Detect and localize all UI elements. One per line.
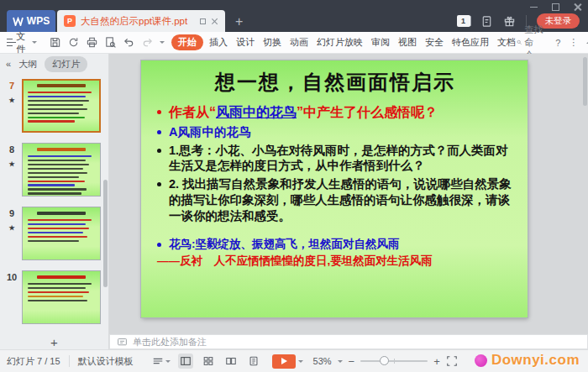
bullet-text: 花鸟:坚毅绽放、振翅高飞，坦然面对自然风雨 [169, 237, 400, 252]
fit-screen-icon[interactable] [446, 355, 458, 367]
help-icon[interactable]: ? [555, 38, 560, 48]
file-menu-button[interactable]: 文件 [7, 30, 37, 55]
play-slideshow-button[interactable] [272, 354, 296, 369]
reading-view-icon[interactable] [223, 354, 239, 369]
thumbnail-text-line [28, 108, 87, 110]
slide-title[interactable]: 想一想，自然画面悟启示 [155, 69, 516, 96]
wps-home-button[interactable]: WPS [7, 10, 55, 32]
thumbnail-row: 8★ [2, 143, 103, 196]
divider [69, 355, 70, 367]
slide-counter: 幻灯片 7 / 15 [7, 355, 60, 368]
thumbnail-text-line [28, 164, 89, 165]
message-badge[interactable]: 1 [457, 15, 470, 27]
add-slide-button[interactable]: + [0, 334, 109, 349]
print-preview-icon[interactable] [104, 36, 117, 49]
editing-canvas: 想一想，自然画面悟启示 作者从“风雨中的花鸟”中产生了什么感悟呢？A风雨中的花鸟… [109, 54, 588, 334]
slide-thumbnail[interactable] [22, 79, 101, 133]
maximize-icon[interactable] [552, 3, 559, 11]
thumbnail-gutter: 10 [2, 270, 22, 324]
slide-number: 8 [9, 144, 14, 155]
output-convert-icon[interactable] [67, 36, 80, 49]
menu-tab-幻灯片放映[interactable]: 幻灯片放映 [312, 34, 367, 50]
canvas-scrollbar[interactable] [583, 57, 587, 106]
notes-icon [117, 337, 128, 348]
thumbnail-text-line [28, 172, 87, 174]
slide-body: 作者从“风雨中的花鸟”中产生了什么感悟呢？A风雨中的花鸟1.思考：小花、小鸟在对… [155, 104, 516, 269]
collapse-panel-button[interactable]: « [6, 59, 11, 69]
close-icon[interactable] [574, 3, 581, 11]
slide-bullet[interactable]: 2. 找出描写自然景象和抒发人生感悟的语句，说说哪些自然景象的描写让你印象深刻，… [155, 176, 516, 224]
slide-bullet[interactable]: ——反衬 人不应恓恓惶惶的度日,要坦然面对生活风雨 [157, 254, 516, 269]
thumbnail-text-line [28, 228, 89, 229]
thumbnail-text-line [28, 181, 85, 182]
thumbnail-title-line [37, 84, 86, 87]
bullet-dot [157, 243, 161, 247]
handout-view-icon[interactable] [246, 354, 261, 369]
tab-close-icon[interactable] [211, 18, 218, 25]
title-bar: WPS P 大自然的启示ppt课件.ppt + 1 未登录 [0, 0, 588, 32]
thumbnail-text-line [28, 113, 79, 114]
zoom-slider-knob[interactable] [380, 356, 389, 365]
notes-bar[interactable]: 单击此处添加备注 [109, 334, 588, 349]
minimize-icon[interactable] [530, 3, 538, 11]
slide-thumbnail[interactable] [22, 207, 101, 260]
menu-tab-安全[interactable]: 安全 [421, 34, 448, 50]
normal-view-icon[interactable] [178, 354, 193, 369]
menu-tab-切换[interactable]: 切换 [259, 34, 286, 50]
share-doc-icon[interactable] [480, 15, 493, 28]
tab-slides[interactable]: 幻灯片 [45, 56, 87, 72]
panel-scrollbar[interactable] [103, 180, 108, 287]
gift-icon[interactable] [503, 15, 516, 28]
thumbnail-text-line [28, 219, 92, 221]
slide-bullet[interactable]: 作者从“风雨中的花鸟”中产生了什么感悟呢？ [155, 104, 516, 122]
menu-tab-动画[interactable]: 动画 [286, 34, 312, 50]
print-icon[interactable] [86, 36, 98, 49]
tab-popout-icon[interactable] [200, 18, 206, 24]
thumbnail-title-line [37, 212, 86, 215]
slide-thumbnail[interactable] [22, 143, 101, 196]
zoom-level[interactable]: 53% [313, 356, 332, 366]
zoom-slider[interactable] [360, 360, 428, 362]
thumbnail-text-line [28, 192, 81, 194]
play-options-chevron[interactable] [298, 360, 303, 365]
slide-number: 10 [7, 272, 17, 282]
bullet-text: A风雨中的花鸟 [169, 124, 250, 140]
menu-tab-视图[interactable]: 视图 [394, 34, 421, 50]
menu-tab-strip: 开始插入设计切换动画幻灯片放映审阅视图安全特色应用文档 [171, 34, 520, 50]
menu-tab-审阅[interactable]: 审阅 [367, 34, 394, 50]
menu-tab-开始[interactable]: 开始 [171, 34, 203, 50]
new-tab-button[interactable]: + [235, 15, 243, 29]
thumbnail-text-line [28, 223, 86, 225]
slide-bullet[interactable]: A风雨中的花鸟 [155, 124, 516, 140]
redo-icon[interactable] [141, 36, 154, 49]
undo-icon[interactable] [123, 36, 135, 49]
slide-sorter-icon[interactable] [201, 354, 216, 369]
document-tab[interactable]: P 大自然的启示ppt课件.ppt [57, 10, 225, 32]
template-name[interactable]: 默认设计模板 [78, 355, 134, 368]
hyperlink-text[interactable]: 风雨中的花鸟 [216, 105, 297, 119]
toolbar-options-chevron[interactable] [160, 41, 165, 46]
wps-label: WPS [27, 15, 50, 27]
slide-bullet[interactable]: 花鸟:坚毅绽放、振翅高飞，坦然面对自然风雨 [155, 237, 516, 252]
window-controls [530, 3, 581, 11]
slide-thumbnail[interactable] [22, 270, 101, 324]
file-menu-label: 文件 [16, 30, 29, 55]
slide-bullet[interactable]: 1.思考：小花、小鸟在对待风雨时，是怎样的方式？而人类面对生活又是怎样的度日方式… [155, 143, 516, 175]
watermark: Downyi.com [475, 352, 580, 369]
menu-tab-插入[interactable]: 插入 [205, 34, 232, 50]
notes-layout-icon[interactable] [152, 355, 171, 367]
play-icon [281, 358, 287, 364]
current-slide[interactable]: 想一想，自然画面悟启示 作者从“风雨中的花鸟”中产生了什么感悟呢？A风雨中的花鸟… [141, 60, 528, 317]
zoom-out-button[interactable]: − [349, 355, 355, 368]
save-icon[interactable] [49, 36, 61, 49]
tab-outline[interactable]: 大纲 [18, 58, 37, 71]
more-options-icon[interactable]: ⋮ [569, 37, 578, 48]
chevron-down-icon [32, 41, 37, 46]
menu-tab-设计[interactable]: 设计 [232, 34, 259, 50]
wps-logo-icon [13, 17, 24, 26]
menu-tab-特色应用[interactable]: 特色应用 [448, 34, 493, 50]
zoom-in-button[interactable]: + [433, 355, 440, 368]
wps-presentation-window: WPS P 大自然的启示ppt课件.ppt + 1 未登录 文 [0, 0, 588, 372]
thumbnail-text-line [28, 283, 92, 285]
thumbnail-row: 9★ [2, 207, 103, 260]
